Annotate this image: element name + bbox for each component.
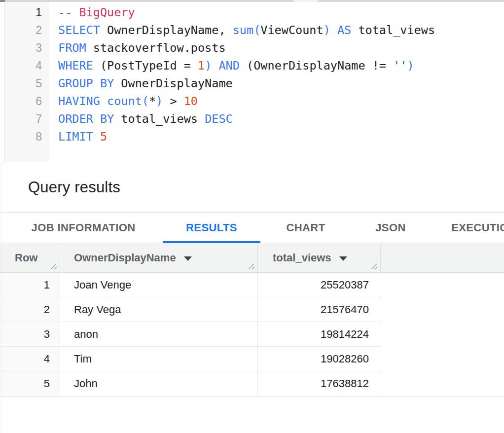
owner-cell: John bbox=[60, 371, 258, 396]
line-number: 3 bbox=[0, 39, 49, 57]
tab-job-information[interactable]: JOB INFORMATION bbox=[4, 213, 163, 243]
code-text: ORDER BY total_views DESC bbox=[49, 110, 233, 128]
owner-cell: Joan Venge bbox=[60, 273, 258, 297]
resize-handle-icon[interactable] bbox=[50, 262, 57, 270]
table-row[interactable]: 4Tim19028260 bbox=[0, 347, 381, 371]
code-text: -- BigQuery bbox=[49, 3, 135, 21]
code-text: GROUP BY OwnerDisplayName bbox=[49, 74, 233, 92]
tab-label: JSON bbox=[375, 221, 406, 234]
total-views-cell: 25520387 bbox=[258, 273, 381, 297]
column-header-ownerdisplayname: OwnerDisplayName bbox=[60, 243, 258, 272]
tab-results[interactable]: RESULTS bbox=[163, 213, 260, 243]
line-number: 4 bbox=[0, 57, 49, 74]
query-results-header: Query results bbox=[0, 162, 504, 212]
column-header-row: Row bbox=[0, 243, 60, 272]
table-header-row: Row OwnerDisplayName total_views bbox=[0, 243, 504, 273]
total-views-cell: 17638812 bbox=[258, 371, 381, 396]
tab-chart[interactable]: CHART bbox=[260, 213, 351, 243]
total-views-cell: 21576470 bbox=[258, 297, 381, 322]
resize-handle-icon[interactable] bbox=[248, 262, 255, 270]
code-text: SELECT OwnerDisplayName, sum(ViewCount) … bbox=[49, 21, 435, 39]
table-row[interactable]: 2Ray Vega21576470 bbox=[0, 297, 381, 322]
row-number-cell: 2 bbox=[0, 297, 60, 322]
line-number: 7 bbox=[0, 110, 49, 128]
table-row[interactable]: 1Joan Venge25520387 bbox=[0, 273, 381, 297]
column-header-total-views: total_views bbox=[258, 243, 381, 272]
results-tabbar: JOB INFORMATION RESULTS CHART JSON EXECU… bbox=[0, 213, 504, 243]
table-row[interactable]: 5John17638812 bbox=[0, 371, 381, 396]
column-label: OwnerDisplayName bbox=[74, 252, 176, 264]
results-table: Row OwnerDisplayName total_views bbox=[0, 243, 504, 396]
code-line: 8LIMIT 5 bbox=[0, 128, 504, 145]
table-body: 1Joan Venge255203872Ray Vega215764703ano… bbox=[0, 273, 381, 396]
bigquery-results-panel: 1-- BigQuery2SELECT OwnerDisplayName, su… bbox=[0, 0, 504, 433]
tab-label: EXECUTION DETAILS bbox=[451, 221, 504, 234]
tab-label: CHART bbox=[287, 221, 325, 234]
total-views-cell: 19814224 bbox=[258, 322, 381, 346]
code-lines: 1-- BigQuery2SELECT OwnerDisplayName, su… bbox=[0, 3, 504, 145]
code-line: 2SELECT OwnerDisplayName, sum(ViewCount)… bbox=[0, 21, 504, 39]
row-number-cell: 5 bbox=[0, 371, 60, 396]
panel-left-edge bbox=[1, 162, 1, 433]
total-views-cell: 19028260 bbox=[258, 347, 381, 371]
resize-handle-icon[interactable] bbox=[370, 262, 378, 270]
table-bottom-border bbox=[0, 396, 504, 397]
tab-label: RESULTS bbox=[186, 221, 237, 234]
tab-label: JOB INFORMATION bbox=[32, 221, 136, 234]
table-row[interactable]: 3anon19814224 bbox=[0, 322, 381, 347]
code-line: 6HAVING count(*) > 10 bbox=[0, 92, 504, 110]
line-number: 6 bbox=[0, 92, 49, 110]
sql-editor[interactable]: 1-- BigQuery2SELECT OwnerDisplayName, su… bbox=[0, 2, 504, 162]
code-line: 4WHERE (PostTypeId = 1) AND (OwnerDispla… bbox=[0, 57, 504, 74]
column-header-filler bbox=[381, 243, 504, 272]
sort-dropdown-icon[interactable] bbox=[184, 256, 192, 261]
column-label: Row bbox=[15, 252, 37, 264]
line-number: 1 bbox=[0, 3, 49, 21]
column-label: total_views bbox=[273, 252, 331, 264]
owner-cell: anon bbox=[60, 322, 258, 346]
owner-cell: Ray Vega bbox=[60, 297, 258, 322]
code-text: HAVING count(*) > 10 bbox=[49, 92, 198, 110]
sort-dropdown-icon[interactable] bbox=[339, 256, 347, 261]
code-text: FROM stackoverflow.posts bbox=[49, 39, 226, 57]
code-line: 1-- BigQuery bbox=[0, 3, 504, 21]
line-number: 8 bbox=[0, 128, 49, 145]
row-number-cell: 1 bbox=[0, 273, 60, 297]
code-text: WHERE (PostTypeId = 1) AND (OwnerDisplay… bbox=[49, 57, 414, 74]
line-number: 5 bbox=[0, 74, 49, 92]
owner-cell: Tim bbox=[60, 347, 258, 371]
code-line: 7ORDER BY total_views DESC bbox=[0, 110, 504, 128]
code-line: 5GROUP BY OwnerDisplayName bbox=[0, 74, 504, 92]
tab-execution-details[interactable]: EXECUTION DETAILS bbox=[430, 213, 504, 243]
code-line: 3FROM stackoverflow.posts bbox=[0, 39, 504, 57]
query-results-title: Query results bbox=[28, 179, 120, 196]
row-number-cell: 4 bbox=[0, 347, 60, 371]
code-text: LIMIT 5 bbox=[49, 128, 107, 145]
line-number: 2 bbox=[0, 21, 49, 39]
tab-json[interactable]: JSON bbox=[351, 213, 430, 243]
row-number-cell: 3 bbox=[0, 322, 60, 346]
